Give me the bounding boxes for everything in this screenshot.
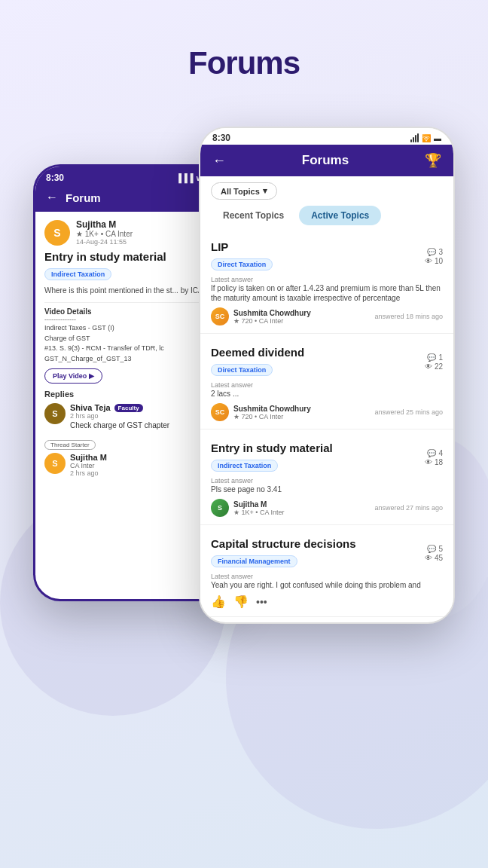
- reply1-text: Check charge of GST chapter: [70, 421, 169, 429]
- thumbs-up-icon[interactable]: 👍: [211, 594, 226, 609]
- all-topics-btn[interactable]: All Topics ▾: [211, 182, 277, 200]
- thumbs-down-icon[interactable]: 👎: [233, 594, 249, 609]
- thread-starter-badge: Thread Starter: [44, 440, 96, 450]
- left-status-time: 8:30: [46, 173, 64, 183]
- tab-active-topics[interactable]: Active Topics: [299, 206, 381, 225]
- tabs-row: Recent Topics Active Topics: [200, 206, 453, 233]
- entry-answerer-avatar: S: [211, 499, 229, 517]
- left-topic-tag: Indirect Taxation: [44, 268, 111, 280]
- deemed-stat-comments: 💬1: [427, 353, 443, 362]
- faculty-tag: Faculty: [114, 404, 143, 412]
- deemed-latest-label: Latest answer: [211, 381, 443, 389]
- reply1-time: 2 hrs ago: [70, 412, 169, 420]
- entry-answered-time: answered 27 mins ago: [374, 504, 443, 512]
- right-back-btn[interactable]: ←: [212, 153, 226, 169]
- lip-latest-text: If policy is taken on or after 1.4.23 an…: [211, 283, 443, 303]
- post-avatar: S: [44, 220, 70, 246]
- deemed-answerer-avatar: SC: [211, 403, 229, 421]
- more-options-icon[interactable]: •••: [256, 596, 267, 608]
- reply2-time: 2 hrs ago: [70, 469, 107, 477]
- page-title: Forums: [188, 45, 300, 81]
- topic-tag-lip: Direct Taxation: [211, 258, 273, 270]
- capital-stat-views: 👁45: [425, 554, 443, 562]
- topics-list: LIP Direct Taxation 💬3 👁10 Latest answer…: [200, 233, 453, 617]
- topic-card-lip[interactable]: LIP Direct Taxation 💬3 👁10 Latest answer…: [200, 233, 453, 334]
- deemed-answerer-meta: ★ 720 • CA Inter: [233, 413, 311, 420]
- tab-recent-topics[interactable]: Recent Topics: [211, 206, 296, 225]
- filter-row: All Topics ▾: [200, 176, 453, 206]
- right-header-title: Forums: [302, 153, 349, 168]
- entry-latest-label: Latest answer: [211, 477, 443, 484]
- capital-action-row: 👍 👎 •••: [211, 594, 443, 609]
- post-date: 14-Aug-24 11:55: [76, 238, 133, 246]
- reply2-avatar: S: [44, 453, 66, 474]
- post-user-row: S Sujitha M ★ 1K+ • CA Inter 14-Aug-24 1…: [44, 219, 225, 246]
- phones-container: 8:30 ▐▐▐ wifi 🔋 ← Forum S Sujitha M ★ 1K…: [33, 104, 455, 782]
- reply-item-1: S Shiva Teja Faculty 2 hrs ago Check cha…: [44, 403, 225, 429]
- video-dashes: --------------: [44, 316, 225, 323]
- topic-tag-capital: Financial Management: [211, 555, 297, 567]
- topic-title-capital: Capital structure decisions: [211, 537, 356, 550]
- topic-card-capital[interactable]: Capital structure decisions Financial Ma…: [200, 530, 453, 617]
- entry-stat-comments: 💬4: [427, 449, 443, 457]
- deemed-answered-time: answered 25 mins ago: [374, 408, 443, 416]
- right-status-time: 8:30: [212, 133, 230, 143]
- lip-answerer-meta: ★ 720 • CA Inter: [233, 317, 311, 325]
- topic-title-deemed: Deemed dividend: [211, 346, 304, 359]
- left-back-btn[interactable]: ←: [46, 191, 58, 204]
- entry-latest-text: Pls see page no 3.41: [211, 484, 443, 494]
- video-label: Video Details: [44, 307, 225, 316]
- right-phone: 8:30 🛜 ▬ ← Forums 🏆: [199, 127, 455, 624]
- reply1-name: Shiva Teja: [70, 403, 111, 412]
- reply2-meta: CA Inter: [70, 462, 107, 469]
- post-username: Sujitha M: [76, 219, 133, 230]
- lip-latest-label: Latest answer: [211, 276, 443, 283]
- left-header-title: Forum: [66, 191, 101, 204]
- deemed-stat-views: 👁22: [425, 362, 443, 371]
- deemed-latest-text: 2 lacs ...: [211, 389, 443, 399]
- left-topic-title: Entry in study material: [44, 250, 225, 263]
- right-battery-icon: ▬: [434, 134, 441, 142]
- lip-answerer-avatar: SC: [211, 307, 229, 326]
- entry-stat-views: 👁18: [425, 458, 443, 466]
- reply2-name: Sujitha M: [70, 453, 107, 462]
- topic-tag-entry: Indirect Taxation: [211, 460, 278, 472]
- deemed-answerer-name: Sushmita Chowdhury: [233, 405, 311, 413]
- left-question-text: Where is this point mentioned in the st.…: [44, 286, 225, 296]
- capital-stat-comments: 💬5: [427, 545, 443, 553]
- lip-stat-comments: 💬3: [427, 248, 443, 256]
- entry-answerer-meta: ★ 1K+ • CA Inter: [233, 509, 284, 516]
- signal-icon: ▐▐▐: [175, 173, 193, 182]
- play-video-btn[interactable]: Play Video ▶: [44, 368, 102, 384]
- topic-card-entry[interactable]: Entry in study material Indirect Taxatio…: [200, 434, 453, 525]
- lip-stat-views: 👁10: [425, 257, 443, 265]
- replies-section: Replies S Shiva Teja Faculty 2 hrs ago C…: [44, 390, 225, 477]
- lip-answered-time: answered 18 mins ago: [374, 313, 443, 320]
- topic-card-deemed-dividend[interactable]: Deemed dividend Direct Taxation 💬1 👁22 L…: [200, 338, 453, 429]
- deemed-answerer: SC Sushmita Chowdhury ★ 720 • CA Inter a…: [211, 403, 443, 421]
- reply1-avatar: S: [44, 403, 66, 424]
- right-status-icons: 🛜 ▬: [410, 133, 441, 142]
- topic-title-entry: Entry in study material: [211, 442, 333, 454]
- capital-latest-text: Yeah you are right. I got confused while…: [211, 580, 443, 590]
- entry-answerer: S Sujitha M ★ 1K+ • CA Inter answered 27…: [211, 499, 443, 517]
- topic-tag-deemed: Direct Taxation: [211, 364, 273, 376]
- post-user-meta: ★ 1K+ • CA Inter: [76, 230, 133, 238]
- trophy-icon: 🏆: [425, 152, 441, 169]
- replies-label: Replies: [44, 390, 225, 399]
- entry-answerer-name: Sujitha M: [233, 500, 284, 509]
- video-details: Indirect Taxes - GST (I) Charge of GST #…: [44, 323, 225, 364]
- lip-answerer-name: Sushmita Chowdhury: [233, 309, 311, 317]
- right-wifi-icon: 🛜: [422, 134, 431, 142]
- right-phone-header: ← Forums 🏆: [200, 145, 453, 176]
- thread-starter-section: Thread Starter S Sujitha M CA Inter 2 hr…: [44, 436, 225, 477]
- video-section: Video Details -------------- Indirect Ta…: [44, 302, 225, 384]
- capital-latest-label: Latest answer: [211, 573, 443, 580]
- lip-answerer: SC Sushmita Chowdhury ★ 720 • CA Inter a…: [211, 307, 443, 326]
- topic-title-lip: LIP: [211, 240, 273, 253]
- reply-item-2: S Sujitha M CA Inter 2 hrs ago: [44, 453, 225, 477]
